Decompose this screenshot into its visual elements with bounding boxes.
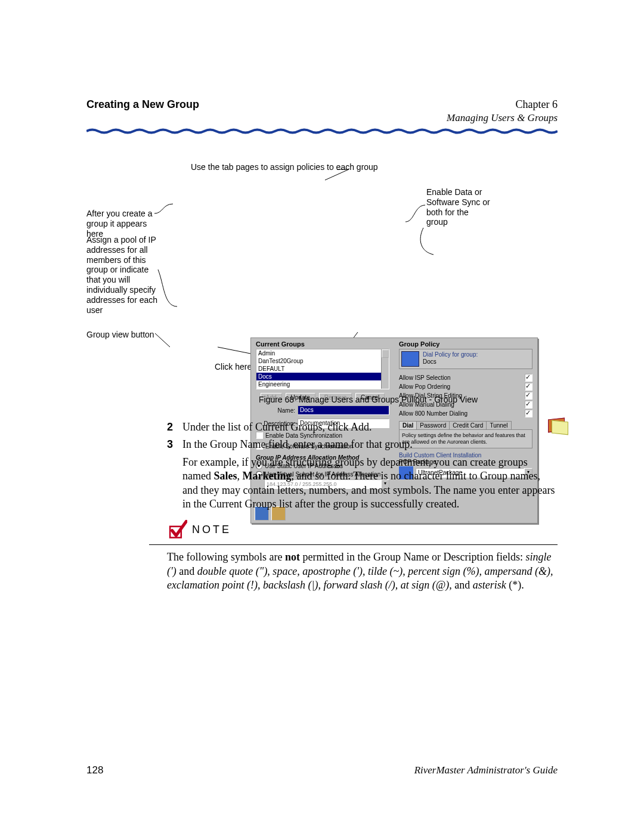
step-number: 2 [167,420,182,434]
policy-row: Allow ISP Selection [399,374,532,382]
example-paragraph: For example, if you are structuring grou… [182,456,558,512]
step-text: Under the list of Current Groups, click … [182,420,371,434]
policy-group-name: Docs [423,358,436,365]
policy-checkbox[interactable] [525,410,532,417]
document-title: RiverMaster Administrator's Guide [414,764,558,776]
list-item[interactable]: Docs [256,373,389,380]
body-text: 2 Under the list of Current Groups, clic… [167,420,558,593]
note-label: NOTE [192,523,231,537]
note-divider [149,544,558,545]
header-right: Chapter 6 Managing Users & Groups [447,98,558,124]
section-title: Creating a New Group [86,98,199,124]
policy-row: Allow Pop Ordering [399,383,532,391]
callout-left-1: After you create a group it appears here [86,209,164,239]
step-text: In the Group Name field, enter a name fo… [182,438,413,451]
figure-label: Figure 68 [259,395,294,404]
callout-right-1: Enable Data or Software Sync or both for… [426,187,492,227]
policy-row-label: Allow Pop Ordering [399,383,450,390]
policy-checkbox[interactable] [525,374,532,382]
page-header: Creating a New Group Chapter 6 Managing … [86,98,558,124]
checkmark-icon [167,519,187,540]
policy-for-label: Dial Policy for group: [423,351,478,358]
current-groups-title: Current Groups [256,340,389,348]
header-wave-divider [86,128,558,134]
list-item[interactable]: DEFAULT [256,365,389,373]
policy-row-label: Allow ISP Selection [399,374,451,381]
policy-checkbox[interactable] [525,383,532,391]
page-footer: 128 RiverMaster Administrator's Guide [86,764,558,776]
list-item[interactable]: Admin [256,349,389,357]
note-header: NOTE [167,519,558,540]
chapter-subtitle: Managing Users & Groups [447,112,558,124]
figure-area: Use the tab pages to assign policies to … [86,162,558,401]
list-item[interactable]: Engineering [256,380,389,388]
group-policy-title: Group Policy [399,340,532,348]
callout-left-3: Group view button [86,330,164,340]
groups-listbox[interactable]: Admin DanTest20Group DEFAULT Docs Engine… [256,349,389,389]
callout-left-2: Assign a pool of IP addresses for all me… [86,235,164,315]
page-number: 128 [86,764,103,776]
policy-icon [401,351,419,367]
callout-top: Use the tab pages to assign policies to … [191,162,378,172]
figure-caption: Figure 68 Manage Users and Groups Pullou… [179,395,558,404]
page: Creating a New Group Chapter 6 Managing … [0,0,644,833]
name-field[interactable]: Docs [298,405,389,415]
figure-text: Manage Users and Groups Pullout - Group … [299,395,478,404]
step-3: 3 In the Group Name field, enter a name … [167,438,558,451]
chapter-label: Chapter 6 [447,98,558,111]
policy-header: Dial Policy for group: Docs [399,349,532,369]
step-number: 3 [167,438,182,451]
step-2: 2 Under the list of Current Groups, clic… [167,420,558,434]
listbox-scrollbar[interactable] [381,349,389,389]
policy-row-label: Allow 800 Number Dialing [399,410,467,417]
note-paragraph: The following symbols are not permitted … [167,550,558,592]
note-block: NOTE The following symbols are not permi… [167,519,558,592]
policy-row: Allow 800 Number Dialing [399,410,532,417]
name-label: Name: [256,407,295,414]
list-item[interactable]: DanTest20Group [256,357,389,365]
